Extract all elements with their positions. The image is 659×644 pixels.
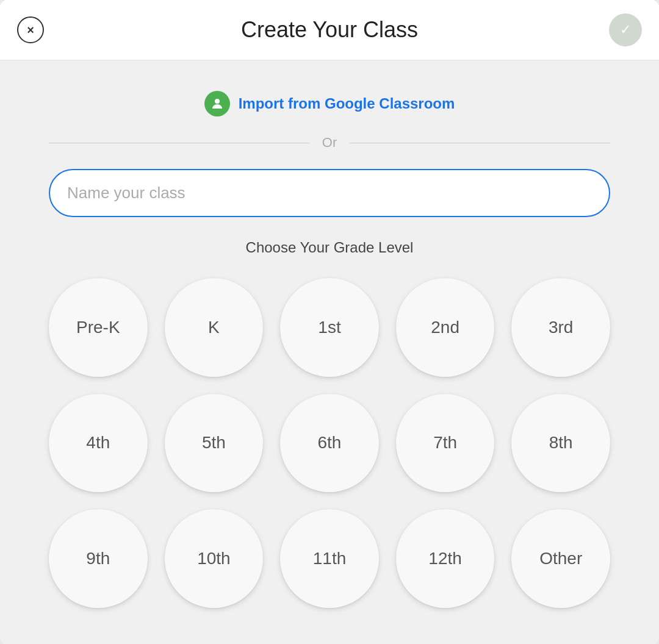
modal-body: Import from Google Classroom Or Choose Y… [0,60,659,644]
modal-header: × Create Your Class ✓ [0,0,659,60]
google-import-label: Import from Google Classroom [239,95,455,112]
grade-button-4th[interactable]: 4th [49,394,148,493]
grade-button-9th[interactable]: 9th [49,509,148,608]
grade-button-k[interactable]: K [165,278,264,377]
grade-button-pre-k[interactable]: Pre-K [49,278,148,377]
grade-button-7th[interactable]: 7th [396,394,495,493]
grade-button-6th[interactable]: 6th [280,394,379,493]
grade-button-1st[interactable]: 1st [280,278,379,377]
google-classroom-icon [204,91,230,116]
divider-text: Or [322,135,337,151]
svg-point-0 [215,99,220,104]
divider-line-right [349,143,610,143]
grade-grid: Pre-KK1st2nd3rd4th5th6th7th8th9th10th11t… [49,278,610,608]
google-import-button[interactable]: Import from Google Classroom [204,91,455,116]
grade-button-3rd[interactable]: 3rd [511,278,610,377]
grade-button-11th[interactable]: 11th [280,509,379,608]
check-icon: ✓ [620,22,631,38]
confirm-button[interactable]: ✓ [609,13,642,46]
modal-title: Create Your Class [241,17,418,43]
close-button[interactable]: × [17,16,44,43]
grade-button-2nd[interactable]: 2nd [396,278,495,377]
class-name-input[interactable] [49,169,610,217]
close-icon: × [27,23,34,37]
grade-button-5th[interactable]: 5th [165,394,264,493]
grade-button-other[interactable]: Other [511,509,610,608]
grade-button-12th[interactable]: 12th [396,509,495,608]
grade-button-8th[interactable]: 8th [511,394,610,493]
grade-button-10th[interactable]: 10th [165,509,264,608]
grade-level-label: Choose Your Grade Level [246,239,414,256]
create-class-modal: × Create Your Class ✓ Import from Google… [0,0,659,644]
divider-line-left [49,143,310,143]
divider-row: Or [49,135,610,151]
